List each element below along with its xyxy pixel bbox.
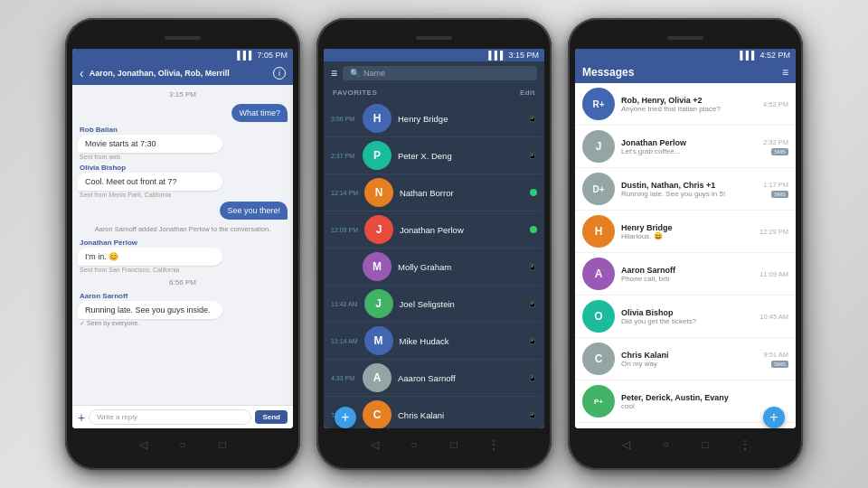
bubble-movie: Movie starts at 7:30 <box>78 135 222 153</box>
msg-preview-6: On my way <box>621 360 757 368</box>
fab-new-message[interactable]: + <box>763 407 785 428</box>
seen-label: ✓ Seen by everyone. <box>80 320 288 327</box>
contact-molly[interactable]: M Molly Graham 📱 <box>324 249 544 286</box>
msg-content-0: Rob, Henry, Olivia +2 Anyone tried that … <box>621 96 757 113</box>
signal-icon-3: ▌▌▌ <box>740 51 757 60</box>
home-nav-3[interactable]: ○ <box>656 438 675 451</box>
reply-input[interactable]: Write a reply <box>89 409 251 425</box>
contact-joel[interactable]: 11:42 AM J Joel Seligstein 📱 <box>324 286 544 323</box>
system-msg: Aaron Sarnoff added Jonathan Perlow to t… <box>78 223 288 235</box>
time-label-2: 6:56 PM <box>78 278 288 286</box>
home-nav-2[interactable]: ○ <box>405 438 423 451</box>
msg-item-0[interactable]: R+ Rob, Henry, Olivia +2 Anyone tried th… <box>575 83 796 126</box>
home-nav[interactable]: ○ <box>174 438 192 451</box>
back-nav[interactable]: ◁ <box>134 438 152 451</box>
speaker-2 <box>416 36 452 40</box>
msg-time-3: 12:29 PM <box>760 228 788 236</box>
msg-rob: Rob Balian Movie starts at 7:30 Sent fro… <box>78 126 288 160</box>
search-bar[interactable]: 🔍 Name <box>343 66 537 80</box>
sender-jonathan: Jonathan Perlow <box>80 239 288 247</box>
contact-name-chris: Chris Kalani <box>398 410 522 420</box>
edit-button[interactable]: Edit <box>520 89 535 97</box>
send-button[interactable]: Send <box>255 410 288 424</box>
bubble-see-you: See you there! <box>220 202 288 220</box>
fab-add-contact[interactable]: + <box>335 407 356 428</box>
msg-aaron: Aaron Sarnoff Running late. See you guys… <box>78 292 288 327</box>
msg-name-5: Olivia Bishop <box>621 308 753 317</box>
signal-icon-2: ▌▌▌ <box>488 51 505 60</box>
contact-name-peter: Peter X. Deng <box>398 151 522 161</box>
contact-peter[interactable]: 2:37 PM P Peter X. Deng 📱 <box>324 137 544 174</box>
section-label: FAVORITES <box>333 89 377 97</box>
speaker-3 <box>667 36 703 40</box>
back-icon[interactable]: ‹ <box>80 66 84 80</box>
avatar-joel: J <box>364 289 393 318</box>
contacts-icon: ≡ <box>331 67 337 80</box>
msg-content-3: Henry Bridge Hilarious. 😄 <box>621 223 753 240</box>
msg-name-7: Peter, Derick, Austin, Evany <box>621 393 782 402</box>
contact-nathan[interactable]: 12:14 PM N Nathan Borror <box>324 174 544 211</box>
msg-name-3: Henry Bridge <box>621 223 753 232</box>
contact-aaaron[interactable]: 4:33 PM A Aaaron Sarnoff 📱 <box>324 360 544 397</box>
info-button[interactable]: i <box>273 67 286 80</box>
speaker <box>165 36 201 40</box>
contacts-list: FAVORITES Edit 3:06 PM H Henry Bridge 📱 … <box>324 85 544 428</box>
avatar-mike: M <box>364 326 393 355</box>
msg-preview-4: Phone call, brb <box>621 275 753 283</box>
menu-nav-3[interactable]: ⋮ <box>736 438 754 451</box>
sender-olivia: Olivia Bishop <box>80 164 288 172</box>
sub-menlo: Sent from Menlo Park, California <box>80 192 288 198</box>
avatar-henry: H <box>363 104 392 133</box>
msg-item-6[interactable]: C Chris Kalani On my way 9:51 AM SMS <box>575 338 796 380</box>
msg-content-2: Dustin, Nathan, Chris +1 Running late. S… <box>621 181 757 198</box>
phone-3: ▌▌▌ 4:52 PM Messages ≡ R+ Rob, Henry, Ol… <box>568 18 803 470</box>
msg-item-3[interactable]: H Henry Bridge Hilarious. 😄 12:29 PM <box>575 211 796 253</box>
time-2: 3:15 PM <box>508 51 539 60</box>
contact-mike[interactable]: 11:14 AM M Mike Hudack 📱 <box>324 323 544 360</box>
menu-nav-2[interactable]: ⋮ <box>485 438 503 451</box>
device-icon-5: 📱 <box>528 300 537 308</box>
back-nav-3[interactable]: ◁ <box>617 438 635 451</box>
search-placeholder: Name <box>363 69 385 78</box>
messages-menu-icon[interactable]: ≡ <box>782 66 788 79</box>
contact-time-0: 3:06 PM <box>331 116 356 122</box>
msg-preview-1: Let's grab coffee... <box>621 147 757 155</box>
contacts-header: ≡ 🔍 Name <box>324 61 544 85</box>
status-bar-3: ▌▌▌ 4:52 PM <box>575 49 796 61</box>
time-3: 4:52 PM <box>760 51 790 60</box>
contact-time-7: 4:33 PM <box>331 375 356 381</box>
bubble-running: Running late. See you guys inside. <box>78 301 222 319</box>
avatar-jonathan-p: J <box>582 130 615 163</box>
add-icon[interactable]: + <box>78 410 85 425</box>
sms-badge-2: SMS <box>771 191 788 198</box>
recents-nav-2[interactable]: □ <box>445 438 463 451</box>
msg-jonathan: Jonathan Perlow I'm in. 😊 Sent from San … <box>78 239 288 273</box>
msg-content-5: Olivia Bishop Did you get the tickets? <box>621 308 753 325</box>
contact-chris[interactable]: Thu C Chris Kalani 📱 <box>324 397 544 428</box>
recents-nav[interactable]: □ <box>213 438 231 451</box>
messages-list: R+ Rob, Henry, Olivia +2 Anyone tried th… <box>575 83 796 428</box>
msg-time-4: 11:09 AM <box>760 270 788 278</box>
msg-item-5[interactable]: O Olivia Bishop Did you get the tickets?… <box>575 296 796 338</box>
chat-header: ‹ Aaron, Jonathan, Olivia, Rob, Merrill … <box>72 61 293 85</box>
msg-item-4[interactable]: A Aaron Sarnoff Phone call, brb 11:09 AM <box>575 253 796 296</box>
avatar-chris: C <box>363 400 392 428</box>
status-bar-1: ▌▌▌ 7:05 PM <box>72 49 293 61</box>
sender-aaron: Aaron Sarnoff <box>80 292 288 300</box>
msg-item-1[interactable]: J Jonathan Perlow Let's grab coffee... 2… <box>575 126 796 168</box>
recents-nav-3[interactable]: □ <box>696 438 714 451</box>
avatar-aaaron: A <box>363 363 392 392</box>
msg-time-5: 10:45 AM <box>760 313 788 321</box>
msg-name-2: Dustin, Nathan, Chris +1 <box>621 181 757 190</box>
msg-olivia: Olivia Bishop Cool. Meet out front at 7?… <box>78 164 288 198</box>
msg-meta-2: 1:17 PM SMS <box>763 181 788 198</box>
phone-3-screen: ▌▌▌ 4:52 PM Messages ≡ R+ Rob, Henry, Ol… <box>575 49 796 428</box>
contact-jonathan[interactable]: 12:09 PM J Jonathan Perlow <box>324 211 544 249</box>
contact-name-joel: Joel Seligstein <box>400 299 522 309</box>
back-nav-2[interactable]: ◁ <box>365 438 383 451</box>
phone-1-top <box>72 27 293 49</box>
contact-henry[interactable]: 3:06 PM H Henry Bridge 📱 <box>324 100 544 137</box>
msg-item-2[interactable]: D+ Dustin, Nathan, Chris +1 Running late… <box>575 168 796 211</box>
avatar-molly: M <box>363 252 392 281</box>
msg-name-4: Aaron Sarnoff <box>621 266 753 275</box>
